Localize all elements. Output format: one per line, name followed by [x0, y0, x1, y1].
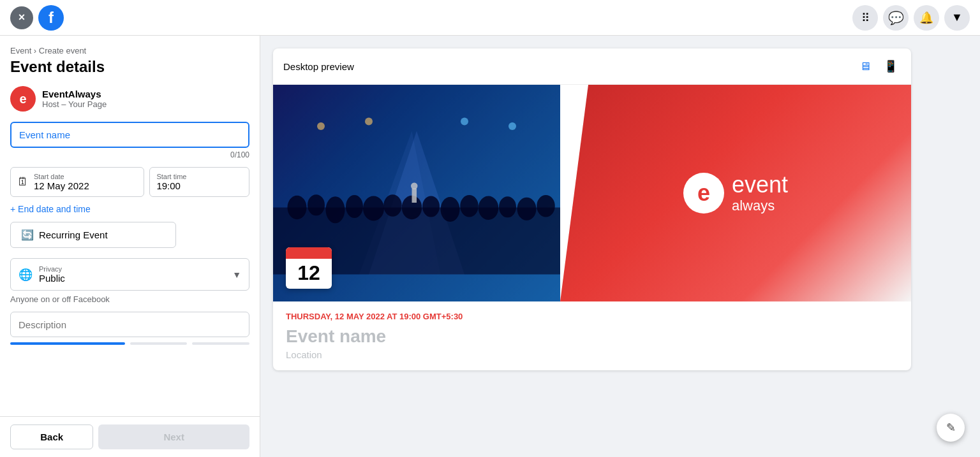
- svg-point-10: [422, 196, 440, 217]
- preview-title: Desktop preview: [283, 61, 354, 72]
- start-date-label: Start date: [34, 173, 89, 180]
- svg-point-22: [509, 122, 516, 130]
- preview-header: Desktop preview 🖥 📱: [273, 48, 911, 85]
- bell-icon: 🔔: [919, 11, 933, 25]
- date-overlay-header: [286, 247, 332, 259]
- start-time-label: Start time: [156, 173, 186, 180]
- messenger-icon-button[interactable]: 💬: [883, 5, 909, 31]
- next-button: Next: [98, 424, 249, 449]
- host-row: e EventAlways Host – Your Page: [10, 86, 249, 112]
- date-overlay: 12: [286, 247, 332, 289]
- edit-icon: ✎: [946, 421, 956, 435]
- right-panel: Desktop preview 🖥 📱: [260, 36, 980, 457]
- svg-point-11: [441, 197, 460, 222]
- back-button[interactable]: Back: [10, 424, 93, 449]
- bottom-buttons: Back Next: [0, 416, 260, 457]
- svg-point-13: [479, 196, 499, 221]
- privacy-arrow-icon: ▼: [232, 270, 241, 280]
- start-time-info: Start time 19:00: [156, 173, 186, 191]
- nav-right: ⠿ 💬 🔔 ▼: [852, 5, 970, 31]
- char-count: 0/100: [10, 150, 249, 159]
- privacy-label: Privacy: [39, 265, 65, 273]
- event-name-preview: Event name: [286, 326, 898, 347]
- date-overlay-number: 12: [286, 259, 332, 289]
- left-panel: Event › Create event Event details e Eve…: [0, 36, 260, 457]
- svg-point-14: [499, 196, 516, 217]
- grid-icon: ⠿: [861, 11, 870, 25]
- chevron-down-icon: ▼: [951, 11, 963, 24]
- description-input[interactable]: [10, 312, 249, 337]
- start-time-field[interactable]: Start time 19:00: [149, 167, 249, 197]
- svg-point-19: [317, 122, 325, 130]
- edit-fab-button[interactable]: ✎: [937, 414, 965, 442]
- event-info: THURSDAY, 12 MAY 2022 AT 19:00 GMT+5:30 …: [273, 301, 911, 370]
- date-time-row: 🗓 Start date 12 May 2022 Start time 19:0…: [10, 167, 249, 197]
- svg-point-8: [383, 194, 402, 217]
- grid-icon-button[interactable]: ⠿: [852, 5, 878, 31]
- svg-point-18: [411, 183, 418, 190]
- end-date-link[interactable]: + End date and time: [10, 204, 91, 214]
- facebook-logo: f: [38, 5, 64, 31]
- svg-rect-17: [412, 189, 417, 203]
- host-info: EventAlways Host – Your Page: [42, 89, 107, 109]
- host-subtitle: Host – Your Page: [42, 99, 107, 109]
- brand-logo: e event always: [671, 159, 801, 227]
- desktop-preview-button[interactable]: 🖥: [855, 56, 875, 76]
- globe-icon: 🌐: [19, 268, 33, 282]
- left-content: Event › Create event Event details e Eve…: [0, 36, 260, 416]
- recurring-icon: 🔄: [21, 229, 34, 241]
- start-date-value: 12 May 2022: [34, 180, 89, 191]
- svg-point-3: [288, 196, 307, 220]
- svg-point-5: [326, 196, 345, 223]
- privacy-note: Anyone on or off Facebook: [10, 294, 249, 304]
- event-location-preview: Location: [286, 349, 898, 360]
- svg-point-12: [460, 195, 479, 217]
- progress-segment-3: [192, 342, 249, 345]
- progress-bar: [10, 337, 249, 350]
- brand-text: event always: [732, 172, 788, 214]
- preview-card: Desktop preview 🖥 📱: [273, 48, 911, 370]
- svg-point-21: [461, 118, 468, 126]
- progress-segment-2: [130, 342, 188, 345]
- main-layout: Event › Create event Event details e Eve…: [0, 36, 980, 457]
- messenger-icon: 💬: [888, 10, 904, 25]
- brand-sub: always: [732, 198, 788, 214]
- privacy-info: Privacy Public: [39, 265, 65, 284]
- start-time-value: 19:00: [156, 180, 186, 191]
- breadcrumb: Event › Create event: [10, 46, 249, 55]
- nav-left: × f: [10, 5, 64, 31]
- close-button[interactable]: ×: [10, 6, 33, 29]
- brand-name: event: [732, 172, 788, 198]
- banner-right: e event always: [560, 85, 911, 301]
- svg-point-16: [537, 195, 555, 217]
- desktop-icon: 🖥: [859, 60, 871, 73]
- bell-icon-button[interactable]: 🔔: [914, 5, 939, 31]
- top-nav: × f ⠿ 💬 🔔 ▼: [0, 0, 980, 36]
- privacy-field[interactable]: 🌐 Privacy Public ▼: [10, 258, 249, 291]
- start-date-field[interactable]: 🗓 Start date 12 May 2022: [10, 167, 144, 197]
- close-icon: ×: [19, 11, 26, 24]
- event-image-area: e event always 12 THURSDAY: [273, 85, 911, 370]
- recurring-event-button[interactable]: 🔄 Recurring Event: [10, 222, 176, 248]
- start-date-info: Start date 12 May 2022: [34, 173, 89, 191]
- mobile-icon: 📱: [884, 59, 898, 73]
- svg-point-6: [346, 195, 363, 218]
- mobile-preview-button[interactable]: 📱: [880, 56, 901, 76]
- brand-e-icon: e: [683, 173, 724, 214]
- avatar: e: [10, 86, 36, 112]
- page-title: Event details: [10, 58, 249, 76]
- calendar-icon: 🗓: [17, 175, 29, 189]
- event-name-input[interactable]: [10, 122, 249, 148]
- account-arrow-button[interactable]: ▼: [944, 5, 970, 31]
- svg-point-20: [365, 118, 373, 126]
- event-banner: e event always 12: [273, 85, 911, 301]
- svg-point-4: [308, 194, 325, 215]
- privacy-value: Public: [39, 273, 65, 284]
- svg-point-7: [363, 196, 384, 221]
- host-name: EventAlways: [42, 89, 107, 99]
- progress-segment-1: [10, 342, 125, 345]
- event-date-line: THURSDAY, 12 MAY 2022 AT 19:00 GMT+5:30: [286, 312, 898, 321]
- svg-point-15: [517, 198, 537, 221]
- preview-icons: 🖥 📱: [855, 56, 901, 76]
